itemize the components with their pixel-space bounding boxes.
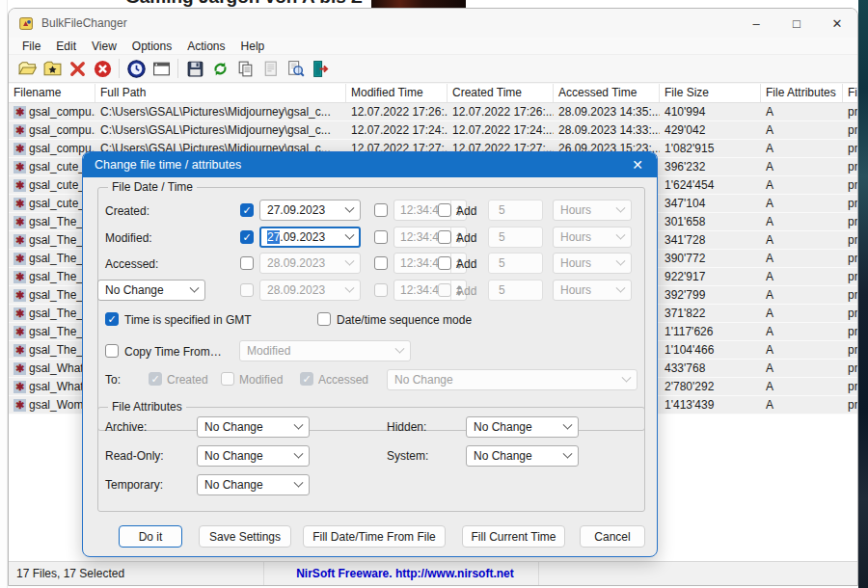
hidden-combo[interactable]: No Change: [466, 416, 579, 438]
clear-icon[interactable]: [91, 57, 114, 80]
modified-time-checkbox[interactable]: [374, 230, 388, 244]
properties-icon[interactable]: [258, 57, 282, 80]
menu-help[interactable]: Help: [233, 40, 273, 53]
menu-edit[interactable]: Edit: [48, 40, 84, 53]
to-accessed-checkbox[interactable]: ✓: [300, 372, 313, 386]
cell-ext: png: [843, 323, 858, 340]
fourth-date-checkbox[interactable]: [240, 283, 254, 297]
accessed-add-checkbox[interactable]: [438, 256, 451, 270]
cell-created: 12.07.2022 17:24:...: [448, 121, 554, 139]
to-mode-value: No Change: [394, 373, 453, 387]
add-folder-icon[interactable]: [41, 57, 64, 80]
find-icon[interactable]: [284, 57, 307, 80]
cell-attr: A: [761, 213, 843, 230]
accessed-date-combo[interactable]: 28.09.2023: [259, 253, 361, 274]
nirsoft-link[interactable]: NirSoft Freeware. http://www.nirsoft.net: [296, 567, 514, 580]
column-header-file[interactable]: File: [843, 84, 858, 102]
fill-datetime-from-file-button[interactable]: Fill Date/Time From File: [303, 525, 446, 548]
accessed-date-checkbox[interactable]: [240, 256, 254, 270]
created-add-unit-combo[interactable]: Hours: [553, 200, 632, 221]
gmt-label: Time is specified in GMT: [124, 313, 252, 327]
to-modified-checkbox[interactable]: [221, 372, 234, 386]
column-header-file-size[interactable]: File Size: [660, 84, 761, 102]
table-row[interactable]: ✱gsal_compu...C:\Users\GSAL\Pictures\Mid…: [9, 103, 858, 121]
modified-add-checkbox[interactable]: [438, 230, 451, 244]
modified-date-checkbox[interactable]: ✓: [240, 230, 254, 244]
gmt-checkbox[interactable]: ✓: [105, 312, 119, 326]
system-combo[interactable]: No Change: [466, 445, 579, 467]
cell-size: 371'822: [660, 305, 761, 322]
hidden-label: Hidden:: [387, 420, 426, 434]
menu-file[interactable]: File: [14, 40, 48, 53]
save-settings-button[interactable]: Save Settings: [199, 525, 291, 548]
accessed-add-unit-combo[interactable]: Hours: [553, 253, 632, 274]
image-file-icon: ✱: [14, 198, 26, 210]
menu-view[interactable]: View: [84, 40, 124, 53]
column-header-created-time[interactable]: Created Time: [448, 84, 554, 102]
cell-attr: A: [761, 195, 843, 212]
copy-icon[interactable]: [233, 57, 257, 80]
fourth-time-checkbox[interactable]: [374, 283, 388, 297]
created-time-checkbox[interactable]: [374, 203, 388, 217]
delete-icon[interactable]: [66, 57, 89, 80]
save-icon[interactable]: [183, 57, 206, 80]
archive-combo[interactable]: No Change: [197, 416, 310, 438]
created-add-checkbox[interactable]: [438, 203, 451, 217]
cell-name: ✱gsal_compu...: [9, 103, 95, 120]
column-header-modified-time[interactable]: Modified Time: [346, 84, 448, 102]
fill-current-time-button[interactable]: Fill Current Time: [462, 525, 565, 548]
status-brand: NirSoft Freeware. http://www.nirsoft.net: [264, 562, 539, 585]
column-header-filename[interactable]: Filename: [9, 84, 95, 102]
exit-icon[interactable]: [309, 57, 332, 80]
column-header-accessed-time[interactable]: Accessed Time: [554, 84, 660, 102]
to-created-checkbox[interactable]: ✓: [149, 372, 162, 386]
temporary-combo[interactable]: No Change: [197, 474, 310, 495]
clock-icon[interactable]: [124, 57, 148, 80]
chevron-down-icon: [563, 419, 573, 429]
cancel-button[interactable]: Cancel: [580, 525, 645, 548]
accessed-time-checkbox[interactable]: [374, 256, 388, 270]
fourth-time-mode-combo[interactable]: No Change: [97, 280, 205, 301]
table-row[interactable]: ✱gsal_compu...C:\Users\GSAL\Pictures\Mid…: [9, 121, 858, 140]
refresh-icon[interactable]: [208, 57, 231, 80]
menu-options[interactable]: Options: [124, 40, 179, 53]
modified-date-combo[interactable]: 27.09.2023: [259, 227, 361, 248]
cell-size: 392'799: [660, 286, 761, 304]
to-mode-combo[interactable]: No Change: [387, 369, 637, 390]
do-it-button[interactable]: Do it: [119, 525, 182, 548]
created-date-checkbox[interactable]: ✓: [240, 203, 254, 217]
close-button[interactable]: ✕: [817, 9, 857, 38]
open-files-icon[interactable]: [15, 57, 39, 80]
window-icon[interactable]: [149, 57, 173, 80]
cell-path: C:\Users\GSAL\Pictures\Midjourney\gsal_c…: [95, 103, 346, 120]
cell-size: 396'232: [660, 158, 761, 175]
accessed-add-amount[interactable]: 5: [488, 253, 543, 274]
readonly-combo[interactable]: No Change: [197, 445, 310, 467]
modified-add-amount[interactable]: 5: [488, 227, 543, 248]
created-date-combo[interactable]: 27.09.2023: [259, 200, 361, 221]
column-header-full-path[interactable]: Full Path: [95, 84, 346, 102]
created-date-value: 27.09.2023: [267, 203, 325, 217]
menu-actions[interactable]: Actions: [179, 40, 232, 53]
image-file-icon: ✱: [14, 161, 26, 174]
menubar: FileEditViewOptionsActionsHelp: [9, 38, 857, 55]
sequence-mode-checkbox[interactable]: [317, 312, 331, 326]
dialog-close-icon[interactable]: ✕: [618, 157, 657, 173]
chevron-down-icon: [616, 282, 626, 292]
column-header-file-attributes[interactable]: File Attributes: [761, 84, 843, 102]
copy-time-from-combo[interactable]: Modified: [239, 340, 411, 361]
fourth-date-combo[interactable]: 28.09.2023: [259, 280, 361, 301]
cell-attr: A: [761, 286, 843, 304]
fourth-add-unit-combo[interactable]: Hours: [553, 280, 632, 301]
created-add-amount[interactable]: 5: [488, 200, 543, 221]
temporary-label: Temporary:: [105, 478, 163, 492]
minimize-button[interactable]: –: [736, 9, 776, 38]
modified-add-unit-combo[interactable]: Hours: [553, 227, 632, 248]
maximize-button[interactable]: □: [776, 9, 817, 38]
accessed-label: Accessed:: [105, 257, 158, 271]
fourth-add-amount[interactable]: 5: [488, 280, 543, 301]
copy-time-from-checkbox[interactable]: [105, 344, 119, 358]
to-accessed-label: Accessed: [318, 373, 368, 387]
fourth-add-checkbox[interactable]: [438, 283, 451, 297]
chevron-down-icon: [622, 372, 632, 382]
